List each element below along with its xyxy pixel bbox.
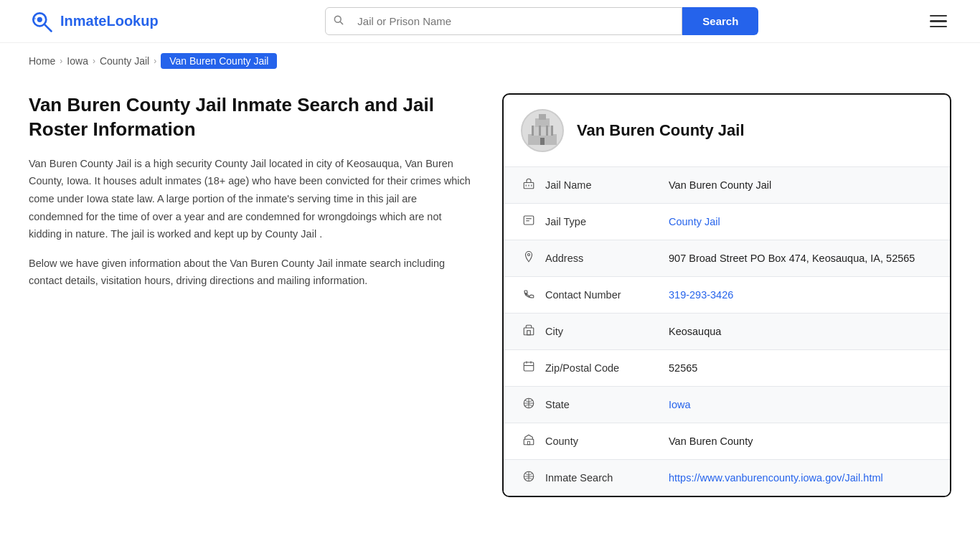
state-icon bbox=[521, 397, 537, 413]
info-card: Van Buren County Jail Jail NameVan Buren… bbox=[502, 93, 951, 497]
table-row: StateIowa bbox=[504, 387, 950, 423]
svg-point-1 bbox=[37, 17, 42, 22]
breadcrumb-county-jail[interactable]: County Jail bbox=[100, 55, 149, 67]
page-description-2: Below we have given information about th… bbox=[29, 255, 473, 290]
info-table: Jail NameVan Buren County JailJail TypeC… bbox=[504, 167, 950, 496]
row-value[interactable]: 319-293-3426 bbox=[669, 289, 933, 301]
city-icon bbox=[521, 324, 537, 339]
row-link[interactable]: County Jail bbox=[669, 216, 720, 227]
table-row: Contact Number319-293-3426 bbox=[504, 277, 950, 314]
table-row: CityKeosauqua bbox=[504, 314, 950, 350]
row-value[interactable]: County Jail bbox=[669, 216, 933, 227]
svg-rect-11 bbox=[539, 126, 541, 136]
row-label: County bbox=[545, 435, 660, 447]
right-column: Van Buren County Jail Jail NameVan Buren… bbox=[502, 93, 951, 497]
breadcrumb-sep-2: › bbox=[93, 56, 95, 66]
left-column: Van Buren County Jail Inmate Search and … bbox=[29, 93, 473, 497]
main-content: Van Buren County Jail Inmate Search and … bbox=[0, 79, 980, 526]
page-description-1: Van Buren County Jail is a high security… bbox=[29, 155, 473, 243]
card-title: Van Buren County Jail bbox=[577, 121, 745, 140]
row-label: Inmate Search bbox=[545, 472, 660, 484]
hamburger-line-1 bbox=[930, 15, 947, 17]
svg-rect-9 bbox=[539, 114, 546, 120]
row-value: 907 Broad Street PO Box 474, Keosauqua, … bbox=[669, 253, 933, 264]
search-input[interactable] bbox=[352, 8, 682, 34]
row-label: State bbox=[545, 399, 660, 410]
search-button[interactable]: Search bbox=[682, 7, 758, 35]
table-row: Zip/Postal Code52565 bbox=[504, 350, 950, 387]
svg-point-22 bbox=[528, 254, 530, 256]
search-icon bbox=[326, 14, 352, 29]
hamburger-line-2 bbox=[930, 20, 947, 22]
row-label: Jail Name bbox=[545, 179, 660, 191]
search-bar bbox=[325, 7, 682, 35]
row-label: City bbox=[545, 326, 660, 337]
svg-rect-10 bbox=[532, 126, 534, 136]
zip-icon bbox=[521, 360, 537, 376]
svg-line-5 bbox=[340, 22, 343, 24]
row-link[interactable]: 319-293-3426 bbox=[669, 289, 733, 301]
row-label: Address bbox=[545, 253, 660, 264]
svg-rect-13 bbox=[551, 126, 553, 136]
page-title: Van Buren County Jail Inmate Search and … bbox=[29, 93, 473, 142]
web-icon bbox=[521, 470, 537, 486]
svg-rect-31 bbox=[528, 441, 530, 445]
row-value[interactable]: Iowa bbox=[669, 399, 933, 410]
svg-rect-23 bbox=[524, 328, 534, 335]
row-value[interactable]: https://www.vanburencounty.iowa.gov/Jail… bbox=[669, 472, 933, 484]
table-row: Inmate Searchhttps://www.vanburencounty.… bbox=[504, 460, 950, 496]
svg-line-2 bbox=[44, 24, 52, 31]
table-row: Jail NameVan Buren County Jail bbox=[504, 167, 950, 204]
location-icon bbox=[521, 250, 537, 266]
row-value: Keosauqua bbox=[669, 326, 933, 337]
logo-link[interactable]: InmateLookup bbox=[29, 9, 159, 34]
svg-rect-25 bbox=[524, 362, 534, 371]
hamburger-line-3 bbox=[930, 26, 947, 28]
logo-icon bbox=[29, 9, 55, 34]
search-area: Search bbox=[325, 7, 758, 35]
row-link[interactable]: https://www.vanburencounty.iowa.gov/Jail… bbox=[669, 472, 883, 484]
type-icon bbox=[521, 214, 537, 230]
svg-rect-12 bbox=[546, 126, 548, 136]
row-link[interactable]: Iowa bbox=[669, 399, 691, 410]
county-icon bbox=[521, 433, 537, 449]
row-label: Jail Type bbox=[545, 216, 660, 227]
row-label: Contact Number bbox=[545, 289, 660, 301]
row-value: Van Buren County bbox=[669, 435, 933, 447]
jail-icon bbox=[521, 177, 537, 193]
svg-rect-14 bbox=[540, 138, 545, 145]
svg-rect-30 bbox=[524, 439, 534, 445]
hamburger-menu[interactable] bbox=[925, 11, 951, 32]
breadcrumb-sep-3: › bbox=[154, 56, 156, 66]
jail-avatar bbox=[521, 109, 564, 152]
table-row: Address907 Broad Street PO Box 474, Keos… bbox=[504, 240, 950, 277]
row-value: 52565 bbox=[669, 362, 933, 374]
breadcrumb: Home › Iowa › County Jail › Van Buren Co… bbox=[0, 43, 980, 79]
header: InmateLookup Search bbox=[0, 0, 980, 43]
breadcrumb-iowa[interactable]: Iowa bbox=[67, 55, 88, 67]
row-label: Zip/Postal Code bbox=[545, 362, 660, 374]
logo-text: InmateLookup bbox=[60, 13, 159, 29]
card-header: Van Buren County Jail bbox=[504, 95, 950, 167]
breadcrumb-sep-1: › bbox=[60, 56, 62, 66]
table-row: CountyVan Buren County bbox=[504, 423, 950, 460]
svg-rect-19 bbox=[524, 216, 534, 225]
svg-rect-7 bbox=[532, 126, 553, 136]
phone-icon bbox=[521, 287, 537, 303]
building-icon bbox=[524, 113, 560, 149]
svg-rect-3 bbox=[32, 17, 36, 19]
table-row: Jail TypeCounty Jail bbox=[504, 204, 950, 240]
svg-rect-24 bbox=[527, 331, 531, 335]
breadcrumb-home[interactable]: Home bbox=[29, 55, 55, 67]
breadcrumb-current: Van Buren County Jail bbox=[161, 53, 277, 69]
row-value: Van Buren County Jail bbox=[669, 179, 933, 191]
